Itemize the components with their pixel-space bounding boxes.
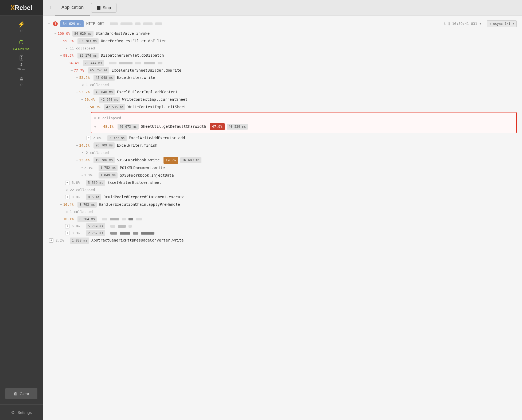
- gear-icon: ⚙: [11, 410, 15, 415]
- bar: [119, 62, 133, 64]
- bar2: [120, 22, 133, 25]
- tree-row: + 6.6% 5 569 ms ExcelWriterBuilder.sheet: [48, 179, 517, 186]
- method-poixmldoc: POIXMLDocument.write: [120, 165, 165, 171]
- bar1: [110, 22, 118, 25]
- pct-99: 99.0%: [63, 38, 75, 44]
- ms-85: 8.5 ms: [86, 194, 101, 200]
- method-excelwriter-write: ExcelWriter.write: [117, 75, 155, 81]
- tree-line: −: [76, 157, 78, 164]
- collapse-root-btn[interactable]: −: [48, 21, 50, 27]
- pct-983: 98.3%: [63, 53, 75, 59]
- sidebar-nav: ⚡ 0 ⏱ 84 629 ms 🗄 2 26 ms 🖥 0: [0, 15, 43, 92]
- method-standardhost: StandardHostValve.invoke: [96, 30, 150, 37]
- sidebar-item-monitor[interactable]: 🖥 0: [0, 73, 43, 90]
- ms-1752: 1 752 ms: [99, 165, 118, 171]
- waterfall-bars-101: [101, 218, 143, 220]
- http-timestamp: t @ 16:59:41.831 ▾: [444, 21, 481, 27]
- ms-71444: 71 444 ms: [83, 60, 104, 66]
- tree-arrow: →: [81, 173, 83, 178]
- tree-row: − 84.4% 71 444 ms: [48, 59, 517, 67]
- ms-19786: 19 786 ms: [94, 157, 115, 163]
- method-handler-exec: HandlerExecutionChain.applyPreHandle: [99, 201, 180, 208]
- tree-row: → 2.1% 1 752 ms POIXMLDocument.write: [48, 164, 517, 172]
- tree-row: − 50.3% 42 535 ms WriteContextImpl.initS…: [48, 103, 517, 111]
- expand-btn[interactable]: +: [65, 195, 69, 199]
- method-abstractgeneric: AbstractGenericHttpMessageConverter.writ…: [91, 237, 184, 244]
- ms-1828: 1 828 ms: [70, 238, 89, 243]
- ms-16689: 16 689 ms: [180, 157, 201, 163]
- topbar: ↑ Application Stop: [43, 0, 522, 15]
- collapsed-row: ✕ 2 collapsed: [48, 149, 517, 156]
- ms-83174: 83 174 ms: [77, 53, 99, 59]
- method-excelwriter-sheetbuilder: ExcelWriterSheetBuilder.doWrite: [111, 67, 181, 74]
- tree-row: − 10.1% 8 564 ms: [48, 215, 517, 223]
- expand-btn[interactable]: +: [65, 224, 69, 228]
- bar: [110, 232, 117, 235]
- timer-icon: ⏱: [18, 39, 24, 46]
- stop-button[interactable]: Stop: [91, 3, 116, 13]
- pct-245: 24.5%: [79, 143, 91, 149]
- clear-button[interactable]: 🗑 Clear: [5, 388, 37, 399]
- tree-row: − 53.2% 45 048 ms ExcelWriter.write: [48, 74, 517, 81]
- method-excelwriter-finish: ExcelWriter.finish: [117, 142, 157, 149]
- ms-40673: 40 673 ms: [118, 124, 139, 130]
- back-button[interactable]: ↑: [45, 3, 55, 13]
- bar: [128, 225, 132, 228]
- x-icon: ✕: [82, 150, 84, 155]
- indent-inner: →: [94, 123, 102, 130]
- tree-line: −: [54, 31, 57, 37]
- collapsed-row: ✕ 22 collapsed: [48, 186, 517, 193]
- collapsed-label-22: 22 collapsed: [70, 187, 95, 193]
- sidebar-item-settings[interactable]: ⚙ Settings: [0, 405, 43, 420]
- tree-row: − 98.3% 83 174 ms DispatcherServlet.doDi…: [48, 52, 517, 59]
- tree-row: − 23.4% 19 786 ms SXSSFWorkbook.write 19…: [48, 156, 517, 164]
- async-badge: ◁ Async 1/1 ▾: [487, 20, 517, 27]
- expand-btn[interactable]: +: [65, 231, 69, 235]
- ms-84629: 84 629 ms: [72, 31, 94, 37]
- method-druid: DruidPooledPreparedStatement.execute: [103, 194, 184, 200]
- collapsed-row-6: ✕ 6 collapsed: [94, 115, 513, 122]
- pct-66: 6.6%: [72, 180, 84, 186]
- tree-line: −: [71, 67, 73, 74]
- main-panel: ↑ Application Stop − ! 84 629 ms HTTP GE…: [43, 0, 522, 420]
- pct-532a: 53.2%: [79, 75, 91, 81]
- ms-20709: 20 709 ms: [94, 142, 115, 148]
- tab-application[interactable]: Application: [55, 0, 90, 15]
- sidebar-item-requests[interactable]: ⚡ 0: [0, 18, 43, 35]
- ms-1049: 1 049 ms: [99, 172, 118, 178]
- trace-content[interactable]: − ! 84 629 ms HTTP GET t @ 16:59:41.831 …: [43, 15, 522, 420]
- logo-x: X: [10, 4, 15, 11]
- badge-197: 19.7%: [163, 157, 178, 164]
- waterfall-bars-root: [109, 22, 163, 25]
- bar: [118, 225, 126, 228]
- logo-area: XRebel: [0, 0, 43, 15]
- bar3: [135, 22, 141, 25]
- underline-dodispatch: doDispatch: [141, 53, 164, 57]
- method-excelbuilderimpl: ExcelBuilderImpl.addContent: [117, 89, 178, 95]
- monitor-count: 0: [20, 83, 22, 87]
- ms-45048b: 45 048 ms: [94, 89, 115, 95]
- ms-83783: 83 783 ms: [77, 38, 99, 44]
- ms-8793: 8 793 ms: [77, 202, 97, 208]
- ms-2767: 2 767 ms: [86, 230, 105, 236]
- database-icon: 🗄: [19, 55, 24, 61]
- method-excelwriterbuilder-sheet: ExcelWriterBuilder.sheet: [107, 180, 161, 186]
- bar: [102, 218, 107, 220]
- sidebar-item-timing[interactable]: ⏱ 84 629 ms: [0, 36, 43, 53]
- pct-104: 10.4%: [63, 202, 75, 208]
- method-writecontextimpl-init: WriteContextImpl.initSheet: [127, 104, 186, 110]
- expand-btn[interactable]: +: [49, 238, 53, 243]
- sidebar-item-database[interactable]: 🗄 2 26 ms: [0, 55, 43, 72]
- stop-icon: [97, 6, 100, 10]
- pct-12: 1.2%: [84, 172, 96, 178]
- bar4: [143, 22, 153, 25]
- bar: [136, 218, 142, 220]
- requests-count: 0: [20, 29, 22, 33]
- expand-btn[interactable]: +: [87, 136, 91, 140]
- tree-row: → 1.2% 1 049 ms SXSSFWorkbook.injectData: [48, 172, 517, 179]
- ms-40529: 40 529 ms: [227, 124, 248, 130]
- bar: [133, 232, 138, 235]
- x-icon: ✕: [66, 209, 68, 215]
- bar: [144, 62, 155, 64]
- expand-btn[interactable]: +: [65, 181, 69, 185]
